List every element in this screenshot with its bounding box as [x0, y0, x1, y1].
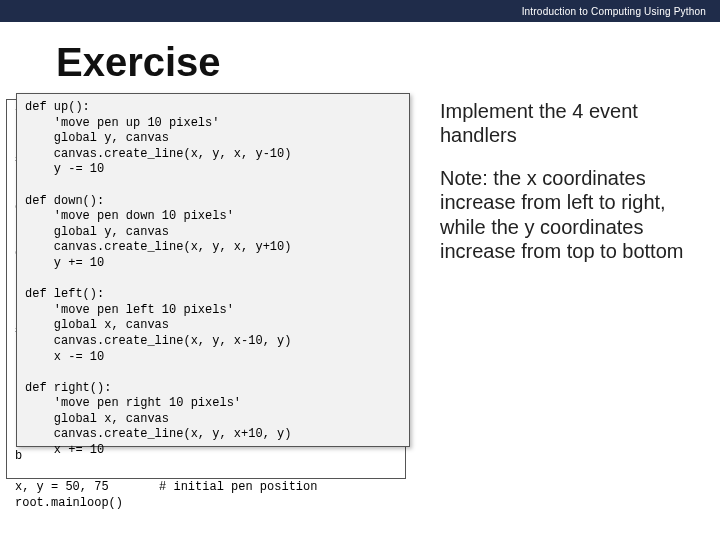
paragraph-2: Note: the x coordinates increase from le…: [440, 166, 700, 264]
code-block-foreground: def up(): 'move pen up 10 pixels' global…: [16, 93, 410, 447]
body-text: Implement the 4 event handlers Note: the…: [440, 99, 700, 263]
course-title: Introduction to Computing Using Python: [522, 6, 706, 17]
slide: Introduction to Computing Using Python E…: [0, 0, 720, 540]
header-bar: Introduction to Computing Using Python: [0, 0, 720, 22]
paragraph-1: Implement the 4 event handlers: [440, 99, 700, 148]
page-title: Exercise: [0, 22, 720, 99]
